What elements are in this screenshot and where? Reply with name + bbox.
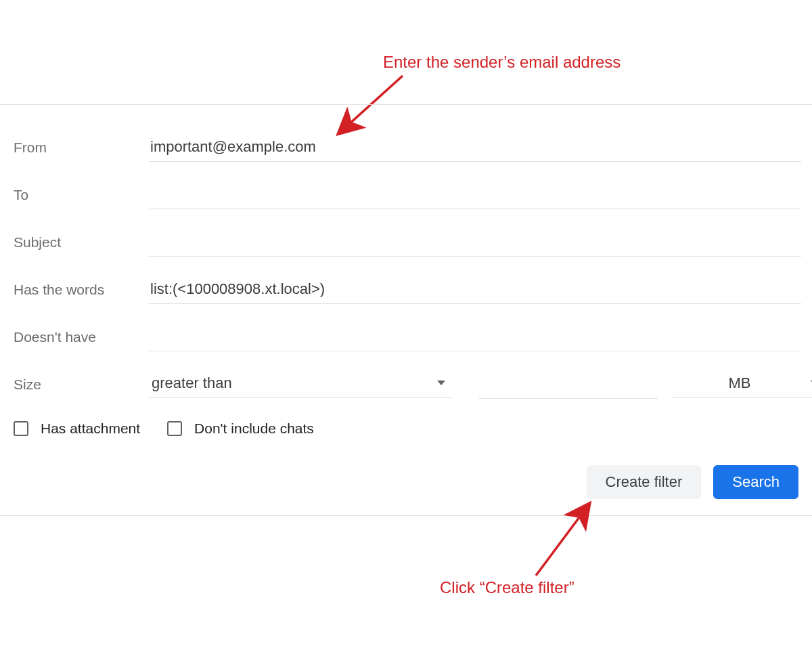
svg-line-1 (536, 506, 587, 576)
stage: Enter the sender’s email address From To… (0, 0, 812, 650)
arrow-to-create-filter (0, 0, 812, 650)
annotation-bottom: Click “Create filter” (440, 578, 574, 597)
